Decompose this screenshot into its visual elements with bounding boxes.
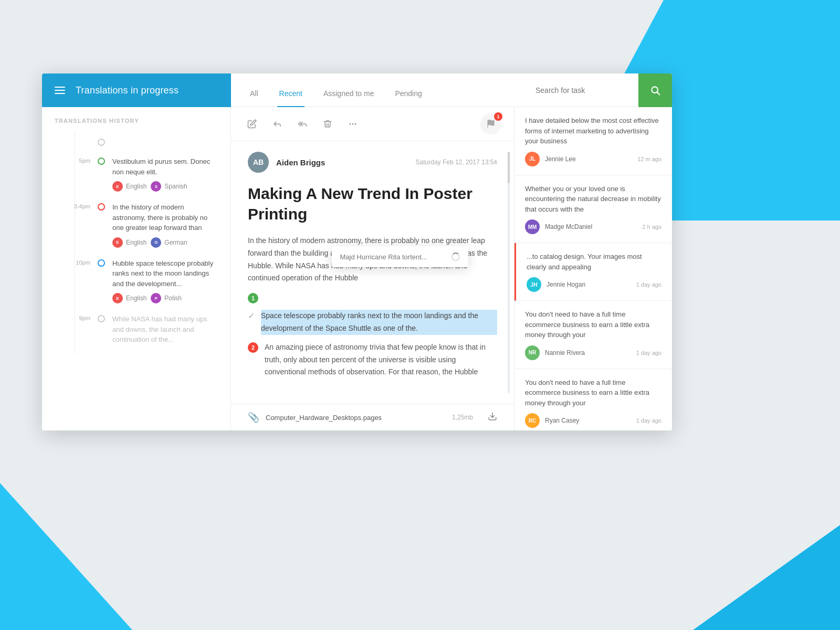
timeline-content-2: In the history of modern astronomy, ther… [112, 202, 218, 248]
dropdown-input[interactable] [340, 253, 446, 261]
comment-block-2: 2 An amazing piece of astronomy trivia t… [248, 341, 497, 379]
flag-badge: 1 [494, 112, 502, 121]
lang-badge-pl-3: P Polish [151, 293, 182, 303]
flag-button[interactable]: 1 [480, 113, 501, 134]
scrollbar-thumb [508, 152, 510, 183]
task-text-4: You don't need to have a full time ecomm… [525, 377, 662, 408]
task-card-1[interactable]: Whether you or your loved one is encount… [514, 175, 672, 244]
svg-point-2 [350, 123, 351, 124]
task-time-2: 1 day ago [636, 281, 662, 288]
task-avatar-2: JH [527, 277, 541, 292]
task-time-1: 2 h ago [642, 224, 662, 230]
hamburger-menu[interactable] [55, 87, 65, 94]
app-body: TRANSLATIONS HISTORY 5pm Vestibulum id p… [42, 107, 672, 430]
tab-all[interactable]: All [248, 89, 260, 107]
lang-badge-de-2: G German [151, 237, 187, 248]
task-author-2: Jennie Hogan [547, 281, 631, 288]
reply-icon[interactable] [269, 116, 286, 132]
timeline: 5pm Vestibulum id purus sem. Donec non n… [42, 132, 230, 354]
message-title: Making A New Trend In Poster Printing [248, 183, 497, 224]
tab-assigned[interactable]: Assigned to me [321, 89, 376, 107]
tab-recent[interactable]: Recent [277, 89, 304, 107]
comment-num-1: 1 [248, 293, 258, 303]
search-input[interactable] [536, 86, 628, 94]
edit-icon[interactable] [244, 116, 260, 132]
message-meta: AB Aiden Briggs Saturday Feb 12, 2017 13… [248, 152, 497, 173]
attachment-name: Computer_Hardware_Desktops.pages [266, 414, 446, 422]
reply-all-icon[interactable] [294, 116, 311, 132]
highlighted-text: Space telescope probably ranks next to t… [261, 310, 497, 335]
task-card-4[interactable]: You don't need to have a full time ecomm… [514, 369, 672, 431]
right-panel: I have detailed below the most cost effe… [514, 107, 672, 430]
task-avatar-4: RC [525, 413, 540, 428]
timeline-text-2: In the history of modern astronomy, ther… [112, 202, 218, 233]
svg-line-1 [657, 92, 660, 94]
timeline-item-1[interactable]: 5pm Vestibulum id purus sem. Donec non n… [68, 151, 230, 197]
timeline-dot-1 [98, 158, 105, 165]
timeline-dot-3 [98, 259, 105, 267]
timeline-dot-0 [98, 139, 105, 146]
app-title: Translations in progress [76, 85, 178, 96]
download-button[interactable] [488, 412, 497, 423]
lang-text-en-2: English [126, 239, 146, 246]
task-footer-3: NR Nannie Rivera 1 day ago [525, 345, 662, 360]
toolbar: 1 [231, 107, 514, 141]
loading-spinner [452, 253, 460, 261]
header-nav: All Recent Assigned to me Pending [231, 74, 525, 107]
timeline-dot-4 [98, 315, 105, 322]
timeline-text-3: Hubble space telescope probably ranks ne… [112, 258, 218, 289]
timeline-time-0 [68, 138, 90, 139]
message-area: AB Aiden Briggs Saturday Feb 12, 2017 13… [231, 141, 514, 404]
timeline-item-4[interactable]: 9pm While NASA has had many ups and down… [68, 309, 230, 354]
more-icon[interactable] [344, 116, 361, 132]
lang-text-pl-3: Polish [164, 295, 182, 302]
lang-text-en-3: English [126, 295, 146, 302]
sidebar: TRANSLATIONS HISTORY 5pm Vestibulum id p… [42, 107, 231, 430]
header-left: Translations in progress [42, 74, 231, 107]
check-icon: ✓ [248, 311, 255, 321]
timeline-content-4: While NASA has had many ups and downs, t… [112, 314, 218, 349]
timeline-item-2[interactable]: 3-4pm In the history of modern astronomy… [68, 197, 230, 253]
sender-name: Aiden Briggs [276, 158, 325, 167]
task-avatar-1: MM [525, 219, 540, 234]
highlighted-block: ✓ Space telescope probably ranks next to… [248, 310, 497, 335]
task-card-0[interactable]: I have detailed below the most cost effe… [514, 107, 672, 175]
timeline-time-1: 5pm [68, 156, 90, 164]
delete-icon[interactable] [319, 116, 336, 132]
timeline-item-0 [68, 132, 230, 151]
timeline-item-3[interactable]: 10pm Hubble space telescope probably ran… [68, 253, 230, 309]
task-card-3[interactable]: You don't need to have a full time ecomm… [514, 301, 672, 369]
task-time-4: 1 day ago [636, 417, 662, 424]
timeline-time-4: 9pm [68, 314, 90, 321]
lang-text-es-1: Spanish [164, 183, 187, 190]
timeline-text-1: Vestibulum id purus sem. Donec non neque… [112, 156, 218, 177]
bg-shape-bottom-right [693, 525, 840, 630]
lang-badges-3: E English P Polish [112, 293, 218, 303]
search-area [525, 86, 638, 94]
app-window: Translations in progress All Recent Assi… [42, 74, 672, 430]
app-header: Translations in progress All Recent Assi… [42, 74, 672, 107]
task-author-1: Madge McDaniel [545, 223, 637, 230]
avatar-es-1: S [151, 181, 161, 192]
message-body-2: An amazing piece of astronomy trivia tha… [265, 341, 497, 379]
task-text-1: Whether you or your loved one is encount… [525, 184, 662, 215]
tab-pending[interactable]: Pending [393, 89, 424, 107]
task-footer-0: JL Jennie Lee 12 m ago [525, 152, 662, 166]
task-footer-1: MM Madge McDaniel 2 h ago [525, 219, 662, 234]
scrollbar-track[interactable] [508, 152, 510, 393]
lang-badge-en-3: E English [112, 293, 146, 303]
task-text-2: ...to catalog design. Your images most c… [527, 251, 662, 272]
sidebar-section-title: TRANSLATIONS HISTORY [42, 118, 230, 132]
lang-badge-en-2: E English [112, 237, 146, 248]
lang-text-en-1: English [126, 183, 146, 190]
avatar-en-1: E [112, 181, 123, 192]
inline-dropdown [332, 246, 468, 267]
svg-point-3 [352, 123, 353, 124]
timeline-time-3: 10pm [68, 258, 90, 266]
timeline-content-3: Hubble space telescope probably ranks ne… [112, 258, 218, 304]
task-card-2[interactable]: ...to catalog design. Your images most c… [514, 243, 672, 301]
task-time-0: 12 m ago [637, 156, 662, 162]
attachment-bar: 📎 Computer_Hardware_Desktops.pages 1,25m… [231, 404, 514, 430]
search-button[interactable] [638, 74, 672, 107]
timeline-dot-2 [98, 203, 105, 211]
